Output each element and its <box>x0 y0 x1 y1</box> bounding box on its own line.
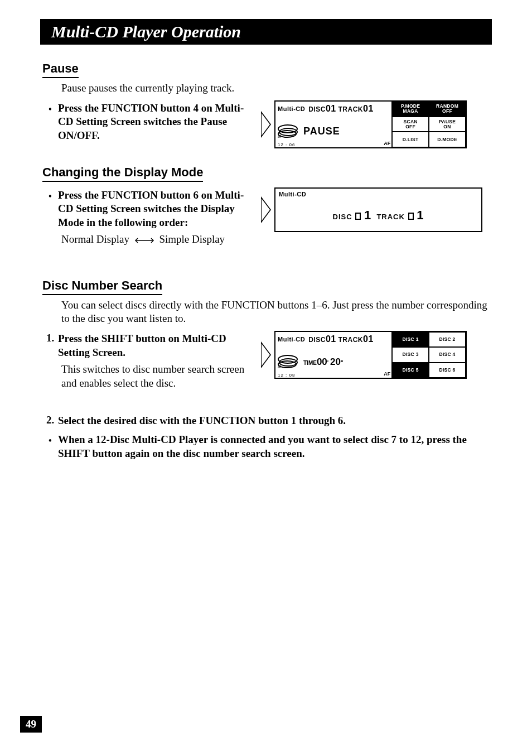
track-num: 01 <box>363 104 374 113</box>
track-label: TRACK <box>376 213 405 221</box>
digit-box-icon <box>355 213 361 220</box>
lcd-screen-disc-select: Multi-CD DISC01 TRACK01 //// TIME00' 20" <box>274 331 467 379</box>
pause-bullet-text: Press the FUNCTION button 4 on Multi-CD … <box>58 102 249 143</box>
step-number: 1. <box>42 332 58 359</box>
digit-box-icon <box>408 213 414 220</box>
triangle-pointer-icon <box>261 341 271 368</box>
softkey-pmode: P.MODEMAGA <box>392 102 429 117</box>
disc-search-note: • When a 12-Disc Multi-CD Player is conn… <box>42 433 490 460</box>
softkey-dmode: D.MODE <box>429 132 466 147</box>
order-normal: Normal Display <box>61 233 129 245</box>
step-1-title: Press the SHIFT button on Multi-CD Setti… <box>58 332 249 359</box>
softkey-disc-4: DISC 4 <box>429 347 466 362</box>
disc-label: DISC <box>308 105 326 113</box>
disc-num: 01 <box>326 334 336 344</box>
track-label: TRACK <box>338 105 364 113</box>
double-arrow-icon <box>134 234 154 246</box>
section-heading-pause: Pause <box>42 61 79 78</box>
order-simple: Simple Display <box>159 233 225 245</box>
disc-label: DISC <box>333 213 352 221</box>
simple-readout: DISC 1 TRACK 1 <box>333 208 424 223</box>
softkey-disc-3: DISC 3 <box>392 347 429 362</box>
page-title-bar: Multi-CD Player Operation <box>40 19 492 45</box>
display-mode-bullet-text: Press the FUNCTION button 6 on Multi-CD … <box>58 189 249 230</box>
clock-readout: 12 : 08 <box>278 373 295 378</box>
figure-disc-select-screen: Multi-CD DISC01 TRACK01 //// TIME00' 20" <box>261 331 467 379</box>
disc-num: 1 <box>364 208 371 222</box>
disc-stack-icon: //// <box>278 122 300 141</box>
time-label: TIME <box>303 360 317 366</box>
pause-description: Pause pauses the currently playing track… <box>61 81 490 95</box>
clock-readout: 12 : 06 <box>278 142 295 147</box>
step-1-description: This switches to disc number search scre… <box>61 363 249 390</box>
disc-label: DISC <box>308 336 326 344</box>
track-label: TRACK <box>338 336 364 344</box>
lcd-screen-simple: Multi-CD DISC 1 TRACK 1 <box>274 187 482 232</box>
step-2-title: Select the desired disc with the FUNCTIO… <box>58 414 471 428</box>
time-min: 00 <box>317 357 327 367</box>
disc-track-readout: DISC01 TRACK01 <box>308 104 374 114</box>
page-number: 49 <box>20 716 42 733</box>
track-num: 01 <box>363 334 374 344</box>
disc-search-description: You can select discs directly with the F… <box>61 298 490 325</box>
time-sec: 20 <box>330 357 341 367</box>
disc-num: 01 <box>326 104 336 113</box>
figure-pause-screen: Multi-CD DISC01 TRACK01 //// PAUSE 1 <box>261 100 467 148</box>
section-heading-disc-search: Disc Number Search <box>42 278 162 295</box>
softkey-random: RANDOMOFF <box>429 102 466 117</box>
bullet-dot-icon: • <box>42 102 58 143</box>
softkey-grid: P.MODEMAGA RANDOMOFF SCANOFF PAUSEON D.L… <box>391 102 466 147</box>
lcd-screen-pause: Multi-CD DISC01 TRACK01 //// PAUSE 1 <box>274 100 467 148</box>
track-num: 1 <box>417 208 424 222</box>
bullet-dot-icon: • <box>42 189 58 230</box>
step-1: 1. Press the SHIFT button on Multi-CD Se… <box>42 332 249 359</box>
display-mode-bullet: • Press the FUNCTION button 6 on Multi-C… <box>42 189 249 230</box>
step-2: 2. Select the desired disc with the FUNC… <box>42 414 490 428</box>
softkey-dlist: D.LIST <box>392 132 429 147</box>
pause-indicator: PAUSE <box>303 126 340 137</box>
af-indicator: AF <box>384 141 390 146</box>
softkey-disc-1: DISC 1 <box>392 332 429 347</box>
triangle-pointer-icon <box>261 196 271 223</box>
triangle-pointer-icon <box>261 111 271 138</box>
disc-search-note-text: When a 12-Disc Multi-CD Player is connec… <box>58 433 471 460</box>
af-indicator: AF <box>384 371 390 377</box>
step-number: 2. <box>42 414 58 428</box>
bullet-dot-icon: • <box>42 433 58 460</box>
softkey-disc-2: DISC 2 <box>429 332 466 347</box>
section-heading-display-mode: Changing the Display Mode <box>42 165 203 182</box>
time-readout: TIME00' 20" <box>303 357 344 368</box>
softkey-grid: DISC 1 DISC 2 DISC 3 DISC 4 DISC 5 DISC … <box>391 332 466 378</box>
pause-bullet: • Press the FUNCTION button 4 on Multi-C… <box>42 102 249 143</box>
softkey-disc-6: DISC 6 <box>429 363 466 378</box>
disc-track-readout: DISC01 TRACK01 <box>308 334 374 344</box>
page-title: Multi-CD Player Operation <box>51 22 241 41</box>
figure-simple-screen: Multi-CD DISC 1 TRACK 1 <box>261 187 482 232</box>
softkey-pause: PAUSEON <box>429 117 466 132</box>
softkey-scan: SCANOFF <box>392 117 429 132</box>
source-label: Multi-CD <box>275 189 481 200</box>
softkey-disc-5: DISC 5 <box>392 363 429 378</box>
display-mode-order: Normal Display Simple Display <box>61 233 249 247</box>
source-label: Multi-CD <box>278 105 305 112</box>
source-label: Multi-CD <box>278 336 305 343</box>
disc-stack-icon: //// <box>278 353 300 372</box>
